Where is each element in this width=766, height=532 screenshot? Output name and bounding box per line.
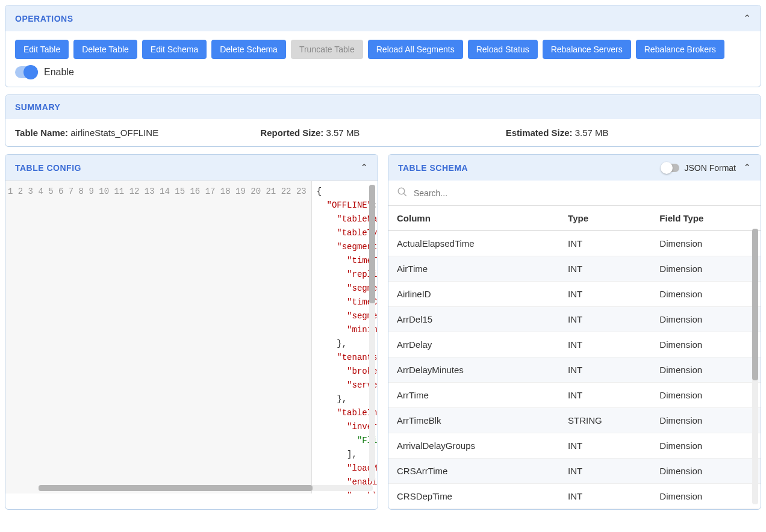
table-cell: Dimension	[651, 357, 761, 383]
summary-title: SUMMARY	[15, 102, 60, 112]
table-config-header: TABLE CONFIG ⌃	[5, 155, 378, 181]
table-config-title: TABLE CONFIG	[15, 163, 81, 173]
config-schema-row: TABLE CONFIG ⌃ 1 2 3 4 5 6 7 8 9 10 11 1…	[5, 154, 761, 510]
table-cell: INT	[559, 307, 651, 332]
enable-toggle-label: Enable	[44, 67, 74, 78]
schema-search-wrap	[388, 181, 761, 206]
table-cell: INT	[559, 383, 651, 408]
schema-col-type[interactable]: Type	[559, 206, 651, 231]
table-row[interactable]: CRSDepTimeINTDimension	[388, 484, 761, 509]
summary-reported-size-label: Reported Size:	[260, 128, 323, 138]
rebalance-brokers-button[interactable]: Rebalance Brokers	[636, 40, 724, 59]
table-schema-title: TABLE SCHEMA	[398, 163, 468, 173]
summary-estimated-size-value: 3.57 MB	[575, 128, 609, 138]
table-cell: ArrTimeBlk	[388, 408, 559, 433]
table-cell: Dimension	[651, 383, 761, 408]
collapse-operations-icon[interactable]: ⌃	[743, 13, 751, 24]
table-cell: INT	[559, 357, 651, 383]
code-gutter: 1 2 3 4 5 6 7 8 9 10 11 12 13 14 15 16 1…	[5, 181, 312, 493]
schema-search-input[interactable]	[413, 188, 752, 199]
operations-header: OPERATIONS ⌃	[5, 5, 761, 31]
table-row[interactable]: ArrDelayMinutesINTDimension	[388, 357, 761, 383]
summary-body: Table Name: airlineStats_OFFLINE Reporte…	[5, 119, 761, 146]
delete-table-button[interactable]: Delete Table	[73, 40, 137, 59]
table-cell: STRING	[559, 408, 651, 433]
summary-estimated-size: Estimated Size: 3.57 MB	[506, 128, 751, 138]
reload-status-button[interactable]: Reload Status	[468, 40, 538, 59]
operations-body: Edit Table Delete Table Edit Schema Dele…	[5, 31, 761, 87]
schema-table-wrap: Column Type Field Type ActualElapsedTime…	[388, 206, 761, 509]
truncate-table-button: Truncate Table	[291, 40, 363, 59]
table-config-code[interactable]: { "OFFLINE": { "tableName": "airlineStat…	[312, 181, 378, 493]
enable-toggle-row: Enable	[15, 66, 751, 78]
edit-table-button[interactable]: Edit Table	[15, 40, 69, 59]
enable-toggle[interactable]	[15, 66, 38, 78]
collapse-table-schema-icon[interactable]: ⌃	[743, 162, 751, 173]
table-cell: Dimension	[651, 332, 761, 357]
table-cell: INT	[559, 433, 651, 459]
table-cell: INT	[559, 231, 651, 256]
summary-reported-size-value: 3.57 MB	[326, 128, 360, 138]
table-row[interactable]: ArrivalDelayGroupsINTDimension	[388, 433, 761, 459]
table-cell: Dimension	[651, 459, 761, 484]
schema-table: Column Type Field Type ActualElapsedTime…	[388, 206, 761, 509]
table-cell: ActualElapsedTime	[388, 231, 559, 256]
table-cell: Dimension	[651, 282, 761, 307]
table-cell: ArrDel15	[388, 307, 559, 332]
summary-table-name-value: airlineStats_OFFLINE	[70, 128, 158, 138]
summary-table-name: Table Name: airlineStats_OFFLINE	[15, 128, 260, 138]
delete-schema-button[interactable]: Delete Schema	[211, 40, 286, 59]
code-vertical-scrollbar[interactable]	[369, 185, 375, 481]
table-cell: CRSDepTime	[388, 484, 559, 509]
table-cell: INT	[559, 256, 651, 282]
search-icon	[397, 187, 408, 199]
code-horizontal-scrollbar[interactable]	[39, 485, 373, 491]
json-format-toggle-wrap: JSON Format	[661, 163, 736, 173]
table-cell: Dimension	[651, 433, 761, 459]
table-row[interactable]: CRSArrTimeINTDimension	[388, 459, 761, 484]
table-cell: Dimension	[651, 484, 761, 509]
table-cell: ArrTime	[388, 383, 559, 408]
schema-vertical-scrollbar[interactable]	[752, 229, 758, 504]
operations-panel: OPERATIONS ⌃ Edit Table Delete Table Edi…	[5, 5, 761, 87]
json-format-label: JSON Format	[684, 163, 736, 173]
summary-panel: SUMMARY Table Name: airlineStats_OFFLINE…	[5, 94, 761, 147]
operations-button-row: Edit Table Delete Table Edit Schema Dele…	[15, 40, 751, 59]
summary-estimated-size-label: Estimated Size:	[506, 128, 573, 138]
table-cell: ArrDelay	[388, 332, 559, 357]
table-row[interactable]: ArrDel15INTDimension	[388, 307, 761, 332]
summary-row: Table Name: airlineStats_OFFLINE Reporte…	[15, 128, 751, 138]
table-config-code-area: 1 2 3 4 5 6 7 8 9 10 11 12 13 14 15 16 1…	[5, 181, 378, 493]
table-cell: Dimension	[651, 231, 761, 256]
table-cell: ArrivalDelayGroups	[388, 433, 559, 459]
rebalance-servers-button[interactable]: Rebalance Servers	[543, 40, 631, 59]
table-cell: Dimension	[651, 307, 761, 332]
table-cell: INT	[559, 484, 651, 509]
edit-schema-button[interactable]: Edit Schema	[142, 40, 207, 59]
collapse-table-config-icon[interactable]: ⌃	[360, 162, 368, 173]
summary-reported-size: Reported Size: 3.57 MB	[260, 128, 505, 138]
table-row[interactable]: ArrTimeINTDimension	[388, 383, 761, 408]
table-cell: CRSArrTime	[388, 459, 559, 484]
table-config-panel: TABLE CONFIG ⌃ 1 2 3 4 5 6 7 8 9 10 11 1…	[5, 154, 378, 510]
table-schema-header: TABLE SCHEMA JSON Format ⌃	[388, 155, 761, 181]
json-format-toggle[interactable]	[661, 164, 679, 172]
table-cell: AirlineID	[388, 282, 559, 307]
table-cell: INT	[559, 282, 651, 307]
table-schema-panel: TABLE SCHEMA JSON Format ⌃	[388, 154, 761, 510]
summary-header: SUMMARY	[5, 95, 761, 119]
schema-col-field-type[interactable]: Field Type	[651, 206, 761, 231]
table-row[interactable]: ActualElapsedTimeINTDimension	[388, 231, 761, 256]
table-schema-body: Column Type Field Type ActualElapsedTime…	[388, 181, 761, 509]
table-cell: Dimension	[651, 256, 761, 282]
table-row[interactable]: ArrTimeBlkSTRINGDimension	[388, 408, 761, 433]
reload-all-segments-button[interactable]: Reload All Segments	[368, 40, 463, 59]
table-row[interactable]: AirlineIDINTDimension	[388, 282, 761, 307]
summary-table-name-label: Table Name:	[15, 128, 68, 138]
operations-title: OPERATIONS	[15, 14, 73, 23]
svg-point-0	[398, 188, 405, 194]
schema-header-row: Column Type Field Type	[388, 206, 761, 231]
schema-col-column[interactable]: Column	[388, 206, 559, 231]
table-row[interactable]: ArrDelayINTDimension	[388, 332, 761, 357]
table-row[interactable]: AirTimeINTDimension	[388, 256, 761, 282]
